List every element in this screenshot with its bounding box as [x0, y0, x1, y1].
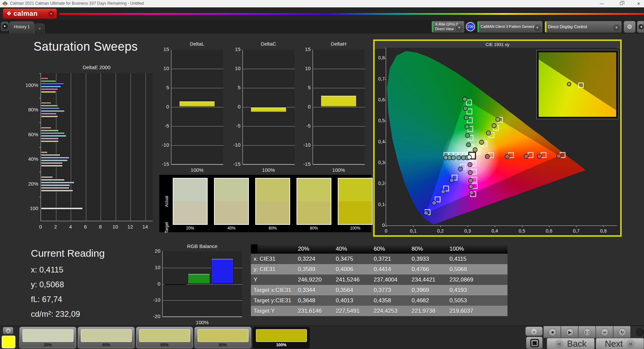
pattern-tile-20%[interactable]: 20% — [19, 327, 76, 348]
gridline — [116, 73, 116, 221]
nav-expand-button[interactable]: ▲ — [525, 327, 543, 336]
swatch-label: 100% — [338, 226, 373, 231]
x-tick — [495, 226, 495, 227]
x-tick-label: 0 — [381, 228, 391, 234]
y-tick-label: -15 — [226, 161, 240, 167]
deltaH-bar — [321, 95, 357, 107]
tab-scroll-button[interactable]: ▶ — [1, 22, 9, 31]
x-tick — [522, 226, 522, 227]
gridline — [171, 164, 223, 165]
pattern-bar: ▲ ▲ ■ ▶ [··] ∞ ↻ « Back Next » 20%40%60%… — [0, 326, 644, 349]
tab-history-1[interactable]: History 1 — [9, 21, 34, 34]
stop-button[interactable]: ■ — [543, 326, 561, 338]
y-tick-label: -10 — [226, 142, 240, 148]
deltae-bar — [41, 182, 74, 184]
pattern-tile-80%[interactable]: 80% — [195, 327, 251, 348]
y-tick-label: 0,6 — [375, 97, 385, 102]
settings-button[interactable]: ⚙ — [624, 21, 636, 33]
series-icon: [··] — [583, 328, 591, 336]
source-status-bar — [478, 21, 479, 32]
app-icon — [3, 1, 7, 6]
collapse-panel-button[interactable]: ◀ — [637, 21, 644, 33]
group-label: 20% — [23, 181, 38, 187]
app-window: Calman 2021 Calman Ultimate for Business… — [0, 0, 644, 349]
reading-x: x: 0,4115 — [31, 265, 63, 275]
deltaL-bar — [179, 101, 215, 107]
extra-button[interactable] — [631, 326, 644, 338]
back-label: Back — [567, 339, 587, 349]
next-button[interactable]: Next » — [596, 338, 644, 349]
table-cell: 232,0869 — [447, 275, 507, 285]
refresh-button[interactable]: ↻ — [613, 326, 631, 338]
display-control-dropdown[interactable]: Direct Display Control ▼ — [544, 21, 622, 33]
column-header: 80% — [409, 244, 447, 254]
deltae-bar — [41, 115, 58, 118]
table-cell: 0,3933 — [409, 254, 447, 264]
x-tick — [386, 226, 386, 227]
pattern-tile-swatch — [198, 329, 249, 342]
meter-count-badge[interactable]: 236 — [466, 22, 475, 31]
target-row-label: Target — [164, 217, 169, 238]
restore-button[interactable] — [615, 1, 627, 7]
rgb-bar-red — [164, 284, 186, 285]
x-tick-label: 14 — [141, 224, 149, 230]
source-dropdown[interactable]: CalMAN Client 3 Pattern Generator ▼ — [477, 21, 543, 33]
table-cell: 0,3589 — [295, 264, 333, 275]
axis-tick — [39, 147, 41, 148]
pattern-tile-label: 60% — [137, 343, 193, 347]
deltae-bar — [41, 91, 56, 93]
table-header-row: 20%40%60%80%100% — [251, 244, 507, 254]
table-cell: 246,9220 — [295, 275, 333, 285]
chevron-down-icon: ▼ — [48, 11, 54, 17]
y-tick-label: 5 — [226, 85, 240, 90]
source-name: CalMAN Client 3 Pattern Generator — [481, 24, 538, 29]
current-pattern-swatch[interactable] — [2, 336, 15, 348]
refresh-icon: ↻ — [618, 328, 626, 336]
x-tick — [603, 226, 604, 227]
rainbow-divider — [59, 13, 644, 15]
x-tick — [576, 226, 577, 227]
page-title: Saturation Sweeps — [34, 40, 138, 54]
pattern-tile-label: 40% — [78, 343, 134, 347]
play-button[interactable]: ▶ — [561, 326, 578, 338]
deltae-bar — [41, 154, 60, 156]
column-header: 40% — [333, 244, 371, 254]
current-reading-title: Current Reading — [31, 248, 105, 259]
add-tab-button[interactable]: + — [35, 23, 45, 34]
gridline — [101, 73, 101, 221]
deltae-bar — [41, 78, 48, 80]
gridline — [71, 73, 71, 221]
pattern-tile-60%[interactable]: 60% — [136, 327, 193, 348]
y-tick-label: -5 — [226, 123, 240, 129]
deltal-chart: DeltaL151050-5-10-15100% — [154, 40, 226, 174]
pattern-tile-40%[interactable]: 40% — [78, 327, 135, 348]
table-cell: 0,4193 — [447, 285, 507, 295]
pattern-expand-button[interactable]: ▲ — [3, 327, 13, 334]
deltaL-title: DeltaL — [171, 41, 223, 47]
x-tick-label: 0,7 — [571, 228, 582, 234]
layout-button[interactable] — [526, 337, 543, 349]
table-cell: 219,6037 — [447, 306, 507, 316]
deltae-bar — [41, 151, 48, 154]
gridline — [313, 69, 365, 69]
minimize-button[interactable]: — — [596, 1, 608, 7]
table-cell: 0,3648 — [295, 295, 333, 306]
pattern-tile-100%[interactable]: 100% — [253, 327, 310, 348]
gridline — [243, 88, 295, 88]
up-chevron-icon: ▲ — [6, 328, 11, 333]
deltae-bar — [41, 107, 60, 110]
gridline — [243, 164, 295, 165]
calman-logo-text: calman — [13, 10, 38, 17]
continuous-read-button[interactable]: ∞ — [596, 326, 613, 338]
row-label: Target y:CIE31 — [251, 295, 295, 306]
read-series-button[interactable]: [··] — [578, 326, 596, 338]
x-tick-label: 8 — [96, 224, 104, 230]
meter-dropdown[interactable]: X-Rite i1Pro 2 Direct View ▼ — [431, 21, 465, 33]
close-button[interactable]: ✕ — [633, 1, 644, 7]
back-chevrons-icon: « — [555, 339, 564, 348]
rgb-bar-green — [188, 273, 210, 284]
back-button[interactable]: « Back — [547, 338, 595, 349]
actual-row-label: Actual — [164, 191, 169, 211]
x-axis-label: 100% — [171, 167, 223, 173]
calman-menu-button[interactable]: ❖ calman ▼ — [3, 8, 57, 19]
